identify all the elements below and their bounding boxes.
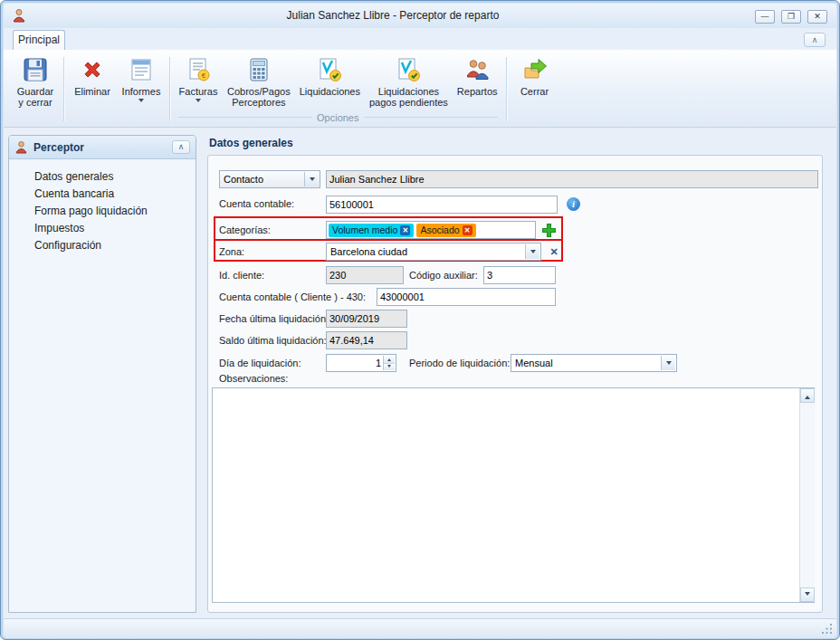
ribbon-button-label: Informes	[122, 86, 161, 97]
ribbon-tab-strip: Principal ∧	[4, 28, 836, 50]
info-icon[interactable]: i	[567, 197, 580, 211]
add-category-button[interactable]	[539, 221, 558, 239]
tag-label: Asociado	[420, 224, 459, 235]
codigo-auxiliar-input[interactable]	[483, 266, 556, 284]
sidebar-collapse-button[interactable]: ∧	[172, 140, 190, 154]
ribbon-button-label: Facturas	[179, 86, 218, 97]
sidebar-item-impuestos[interactable]: Impuestos	[9, 220, 196, 237]
categorias-tag-field[interactable]: Volumen medio ✕ Asociado ✕	[326, 221, 536, 239]
ribbon-group-edit: Eliminar Informes	[68, 53, 166, 107]
fecha-ultima-label: Fecha última liquidación:	[219, 313, 329, 324]
sidebar-panel: Perceptor ∧ Datos generales Cuenta banca…	[8, 135, 196, 613]
cuenta-cliente-input[interactable]	[377, 288, 556, 306]
ribbon-group-close: Cerrar	[511, 53, 559, 99]
scroll-down-button[interactable]	[800, 587, 815, 602]
delete-icon	[79, 56, 106, 83]
group-label: Opciones	[317, 112, 358, 123]
zona-label: Zona:	[219, 246, 244, 257]
dia-liquidacion-label: Día de liquidación:	[219, 358, 301, 368]
ribbon-button-cobros-pagos[interactable]: Cobros/Pagos Perceptores	[223, 53, 295, 110]
sidebar-header[interactable]: Perceptor ∧	[9, 136, 196, 159]
periodo-combo[interactable]: Mensual	[511, 354, 677, 372]
sidebar-item-cuenta-bancaria[interactable]: Cuenta bancaria	[9, 186, 196, 203]
ribbon-separator	[169, 57, 170, 121]
sidebar-item-datos-generales[interactable]: Datos generales	[9, 168, 196, 186]
chevron-down-icon	[666, 361, 672, 368]
cuenta-cliente-label: Cuenta contable ( Cliente ) - 430:	[219, 291, 366, 302]
ribbon-button-label: Eliminar	[74, 86, 110, 97]
settlement-pending-icon	[395, 56, 422, 83]
tag-remove-icon[interactable]: ✕	[463, 225, 472, 235]
id-cliente-label: Id. cliente:	[219, 270, 264, 281]
ribbon-separator	[63, 57, 64, 121]
spinner-value: 1	[329, 355, 381, 371]
combo-dropdown-button[interactable]	[525, 244, 539, 259]
workspace: Perceptor ∧ Datos generales Cuenta banca…	[4, 128, 836, 618]
settlement-check-icon	[316, 56, 343, 83]
tab-principal[interactable]: Principal	[13, 30, 65, 51]
ribbon-group-save: Guardar y cerrar	[11, 53, 60, 110]
page-title: Datos generales	[209, 137, 293, 149]
svg-text:€: €	[202, 72, 206, 80]
chevron-down-icon	[530, 250, 536, 256]
status-bar	[4, 618, 836, 638]
app-person-icon	[12, 8, 26, 23]
chevron-down-icon	[387, 365, 391, 369]
person-icon	[14, 140, 28, 154]
minimize-button[interactable]: —	[755, 10, 775, 24]
sidebar-title: Perceptor	[33, 141, 172, 154]
ribbon-button-label: Repartos	[457, 86, 498, 97]
zona-combo[interactable]: Barcelona ciudad	[326, 243, 541, 261]
ribbon-button-label: Liquidaciones pagos pendientes	[369, 86, 448, 108]
ribbon-button-label: Liquidaciones	[300, 86, 360, 97]
cuenta-contable-input[interactable]	[326, 196, 558, 214]
sidebar-item-configuracion[interactable]: Configuración	[9, 237, 196, 254]
zona-combo-value: Barcelona ciudad	[330, 244, 407, 260]
resize-grip[interactable]	[821, 623, 833, 635]
fecha-ultima-input[interactable]	[326, 310, 407, 328]
chevron-down-icon	[805, 592, 810, 598]
ribbon-toolbar: Guardar y cerrar Eliminar Informes	[4, 50, 836, 128]
calculator-icon	[245, 56, 272, 83]
contact-name-field[interactable]	[326, 170, 818, 188]
ribbon-collapse-button[interactable]: ∧	[804, 33, 826, 47]
spin-up-button[interactable]	[383, 356, 395, 363]
tag-label: Volumen medio	[332, 224, 397, 235]
textarea-scrollbar[interactable]	[799, 388, 815, 602]
highlight-divider	[215, 239, 561, 241]
ribbon-button-informes[interactable]: Informes	[117, 53, 166, 107]
cuenta-contable-label: Cuenta contable:	[219, 198, 294, 209]
zona-clear-button[interactable]: ✕	[547, 244, 561, 259]
close-button[interactable]: ✕	[807, 10, 827, 24]
ribbon-button-guardar-y-cerrar[interactable]: Guardar y cerrar	[11, 53, 60, 110]
ribbon-button-label: Cobros/Pagos Perceptores	[227, 86, 291, 108]
contacto-combo-value: Contacto	[224, 171, 263, 187]
ribbon-button-eliminar[interactable]: Eliminar	[68, 53, 117, 99]
ribbon-button-liquidaciones[interactable]: Liquidaciones	[295, 53, 365, 99]
saldo-ultima-input[interactable]	[326, 331, 407, 349]
dia-liquidacion-spinner[interactable]: 1	[326, 354, 396, 372]
contacto-combo[interactable]: Contacto	[219, 170, 320, 188]
ribbon-button-cerrar[interactable]: Cerrar	[511, 53, 559, 99]
codigo-auxiliar-label: Código auxiliar:	[409, 270, 478, 281]
maximize-button[interactable]: ❐	[781, 10, 801, 24]
observaciones-textarea[interactable]	[212, 387, 815, 603]
people-icon	[463, 56, 491, 83]
id-cliente-input[interactable]	[326, 266, 404, 284]
ribbon-button-repartos[interactable]: Repartos	[453, 53, 502, 99]
sidebar-item-forma-pago[interactable]: Forma pago liquidación	[9, 203, 196, 220]
tag-remove-icon[interactable]: ✕	[400, 225, 410, 235]
scroll-up-button[interactable]	[800, 388, 815, 403]
ribbon-group-caption: Opciones	[174, 110, 502, 124]
periodo-label: Periodo de liquidación:	[409, 358, 510, 368]
ribbon-button-facturas[interactable]: € Facturas	[174, 53, 223, 107]
chevron-down-icon	[138, 99, 144, 105]
ribbon-button-liquidaciones-pendientes[interactable]: Liquidaciones pagos pendientes	[365, 53, 453, 110]
combo-dropdown-button[interactable]	[304, 172, 319, 186]
title-bar: Julian Sanchez Llibre - Perceptor de rep…	[4, 4, 836, 28]
spin-down-button[interactable]	[383, 363, 395, 371]
window-title: Julian Sanchez Llibre - Perceptor de rep…	[58, 4, 728, 28]
spinner-buttons	[383, 356, 395, 370]
close-exit-icon	[521, 56, 549, 83]
combo-dropdown-button[interactable]	[661, 356, 675, 370]
